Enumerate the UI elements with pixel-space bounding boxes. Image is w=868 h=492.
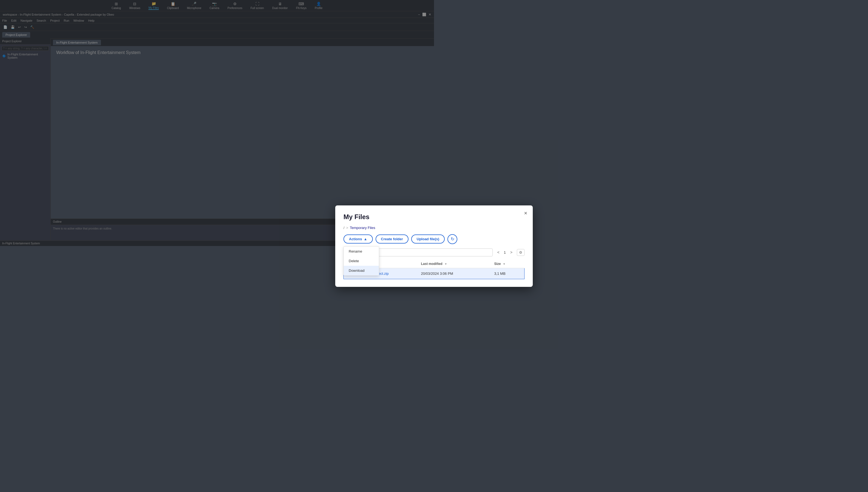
modal-overlay: × My Files / > Temporary Files Actions ▲… — [0, 0, 434, 246]
modal-toolbar: Actions ▲ Rename Delete Download Create … — [343, 234, 434, 244]
breadcrumb-current[interactable]: Temporary Files — [350, 226, 375, 230]
actions-label: Actions — [349, 237, 362, 241]
actions-button[interactable]: Actions ▲ — [343, 235, 373, 244]
breadcrumb: / > Temporary Files — [343, 226, 434, 230]
create-folder-label: Create folder — [381, 237, 403, 241]
breadcrumb-root[interactable]: / — [343, 226, 344, 230]
breadcrumb-separator: > — [346, 226, 348, 230]
actions-arrow-icon: ▲ — [364, 237, 367, 241]
my-files-modal: × My Files / > Temporary Files Actions ▲… — [335, 205, 434, 246]
upload-files-button[interactable]: Upload file(s) — [411, 235, 434, 244]
create-folder-button[interactable]: Create folder — [376, 235, 409, 244]
upload-files-label: Upload file(s) — [417, 237, 434, 241]
modal-title: My Files — [343, 213, 434, 221]
